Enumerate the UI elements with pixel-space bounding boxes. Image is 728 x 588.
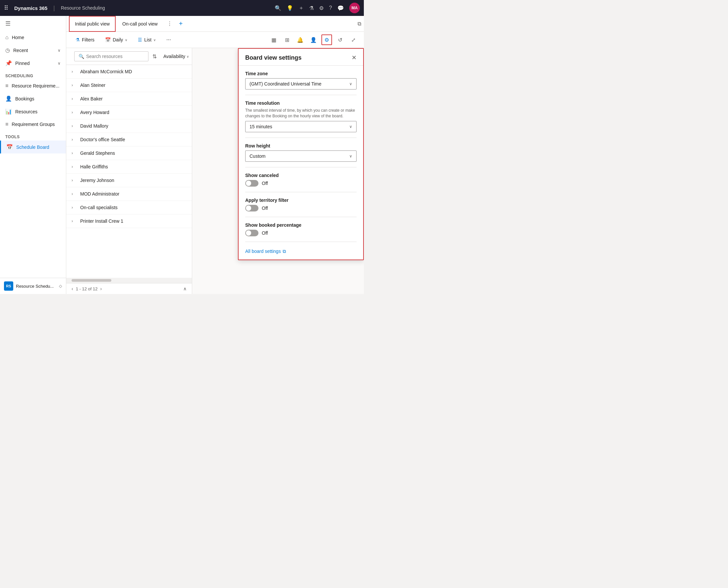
columns-button[interactable]: ⊞ (282, 35, 292, 45)
daily-button[interactable]: 📅 Daily ∨ (101, 35, 131, 44)
search-icon[interactable]: 🔍 (275, 5, 281, 11)
resource-chevron-icon: › (71, 137, 77, 142)
alert-button[interactable]: 🔔 (295, 35, 305, 45)
resource-item[interactable]: › David Mallory (66, 119, 192, 133)
list-icon: ☰ (138, 37, 142, 42)
time-resolution-field: Time resolution The smallest interval of… (245, 101, 357, 132)
lightbulb-icon[interactable]: 💡 (286, 5, 293, 11)
timezone-value: (GMT) Coordinated Universal Time (250, 81, 321, 86)
sidebar-item-requirement-groups[interactable]: ≡ Requirement Groups (0, 118, 66, 131)
list-button[interactable]: ☰ List ∨ (134, 35, 160, 44)
settings-divider (245, 192, 357, 192)
filter-icon[interactable]: ⚗ (309, 5, 314, 11)
expand-button[interactable]: ⤢ (348, 35, 359, 45)
pagination-text: 1 - 12 of 12 (76, 286, 98, 291)
all-board-settings-link[interactable]: All board settings ⧉ (245, 247, 357, 254)
sidebar-bottom[interactable]: RS Resource Schedu... ◇ (0, 278, 66, 294)
row-height-select[interactable]: Custom ∨ (245, 150, 357, 162)
settings-body: Time zone (GMT) Coordinated Universal Ti… (239, 66, 363, 259)
sort-icon[interactable]: ⇅ (151, 52, 158, 61)
settings-icon[interactable]: ⚙ (319, 5, 324, 11)
tools-section-label: Tools (0, 131, 66, 141)
resource-item[interactable]: › Abraham McCormick MD (66, 65, 192, 79)
tab-right-icon[interactable]: ⧉ (358, 21, 361, 27)
chat-icon[interactable]: 💬 (337, 5, 344, 11)
sidebar-item-resources-label: Resources (15, 109, 38, 114)
availability-button[interactable]: Availability ∨ (161, 52, 192, 61)
summary-view-button[interactable]: ▦ (269, 35, 279, 45)
app-grid-icon[interactable]: ⠿ (4, 4, 8, 12)
resource-item[interactable]: › Gerald Stephens (66, 147, 192, 160)
filters-button[interactable]: ⚗ Filters (71, 35, 99, 44)
resource-item[interactable]: › Jeremy Johnson (66, 174, 192, 187)
search-box[interactable]: 🔍 (74, 51, 148, 61)
pagination-prev-button[interactable]: ‹ (71, 286, 73, 291)
sidebar-hamburger[interactable]: ☰ (0, 16, 66, 31)
plus-icon[interactable]: ＋ (299, 5, 304, 12)
more-button[interactable]: ⋯ (163, 35, 175, 44)
row-height-value: Custom (250, 153, 265, 159)
help-icon[interactable]: ? (329, 5, 332, 11)
pagination-next-button[interactable]: › (100, 286, 102, 291)
horizontal-scrollbar[interactable] (66, 278, 192, 283)
show-booked-toggle[interactable] (245, 230, 258, 236)
resource-item[interactable]: › Avery Howard (66, 106, 192, 119)
resource-item[interactable]: › Halle Griffiths (66, 160, 192, 174)
sidebar-item-recent[interactable]: ◷ Recent ∨ (0, 44, 66, 57)
pagination-up-icon[interactable]: ∧ (183, 286, 187, 291)
timezone-label: Time zone (245, 71, 357, 76)
time-resolution-value: 15 minutes (250, 124, 272, 129)
show-canceled-value: Off (262, 181, 268, 186)
home-icon: ⌂ (5, 35, 8, 40)
sidebar: ☰ ⌂ Home ◷ Recent ∨ 📌 Pinned ∨ Schedulin… (0, 16, 66, 294)
resource-list: › Abraham McCormick MD › Alan Steiner › … (66, 65, 192, 278)
requirement-groups-icon: ≡ (5, 121, 8, 127)
show-booked-value: Off (262, 230, 268, 236)
bookings-icon: 👤 (5, 96, 12, 102)
sidebar-item-resource-requirements[interactable]: ≡ Resource Requireme... (0, 80, 66, 92)
board-settings-button[interactable]: ⚙ (321, 35, 332, 45)
resources-icon: 📊 (5, 108, 12, 115)
top-nav: ⠿ Dynamics 365 | Resource Scheduling 🔍 💡… (0, 0, 364, 16)
resource-item[interactable]: › MOD Administrator (66, 187, 192, 201)
tabs-more-icon[interactable]: ⋮ (164, 21, 175, 27)
resource-chevron-icon: › (71, 97, 77, 101)
toggle-thumb (246, 181, 251, 186)
resource-chevron-icon: › (71, 192, 77, 196)
avatar[interactable]: MA (349, 3, 360, 13)
board-settings-panel: Board view settings ✕ Time zone (GMT) Co… (238, 48, 364, 260)
settings-close-button[interactable]: ✕ (351, 54, 357, 61)
row-height-label: Row height (245, 143, 357, 148)
resource-item[interactable]: › Doctor's office Seattle (66, 133, 192, 147)
sidebar-item-pinned[interactable]: 📌 Pinned ∨ (0, 57, 66, 70)
show-booked-field: Show booked percentage Off (245, 223, 357, 236)
tabs-row: Initial public view On-call pool view ⋮ … (66, 16, 364, 32)
resources-panel: 🔍 ⇅ Availability ∨ › Abraham McCormick M… (66, 48, 192, 294)
person-button[interactable]: 👤 (308, 35, 319, 45)
tab-initial-public-view[interactable]: Initial public view (69, 16, 116, 32)
resource-item[interactable]: › Alex Baker (66, 92, 192, 106)
settings-divider (245, 167, 357, 167)
resource-item[interactable]: › Printer Install Crew 1 (66, 214, 192, 228)
timezone-select[interactable]: (GMT) Coordinated Universal Time ∨ (245, 78, 357, 89)
time-resolution-select[interactable]: 15 minutes ∨ (245, 121, 357, 132)
tab-add-icon[interactable]: + (176, 20, 186, 27)
resource-item[interactable]: › On-call specialists (66, 201, 192, 214)
resource-chevron-icon: › (71, 69, 77, 74)
sidebar-item-resources[interactable]: 📊 Resources (0, 105, 66, 118)
tab-on-call-pool-view[interactable]: On-call pool view (117, 16, 163, 32)
refresh-button[interactable]: ↺ (335, 35, 345, 45)
apply-territory-toggle[interactable] (245, 205, 258, 211)
sidebar-item-schedule-board[interactable]: 📅 Schedule Board (0, 141, 66, 153)
search-input[interactable] (86, 54, 144, 59)
show-canceled-toggle[interactable] (245, 180, 258, 187)
scrollbar-thumb[interactable] (71, 279, 111, 282)
search-row: 🔍 ⇅ Availability ∨ (66, 48, 192, 65)
resource-chevron-icon: › (71, 124, 77, 128)
sidebar-item-bookings[interactable]: 👤 Bookings (0, 92, 66, 105)
row-height-field: Row height Custom ∨ (245, 143, 357, 162)
toolbar-right: ▦ ⊞ 🔔 👤 ⚙ ↺ ⤢ (269, 35, 359, 45)
sidebar-item-home[interactable]: ⌂ Home (0, 31, 66, 44)
board-area: 🔍 ⇅ Availability ∨ › Abraham McCormick M… (66, 48, 364, 294)
resource-item[interactable]: › Alan Steiner (66, 79, 192, 92)
